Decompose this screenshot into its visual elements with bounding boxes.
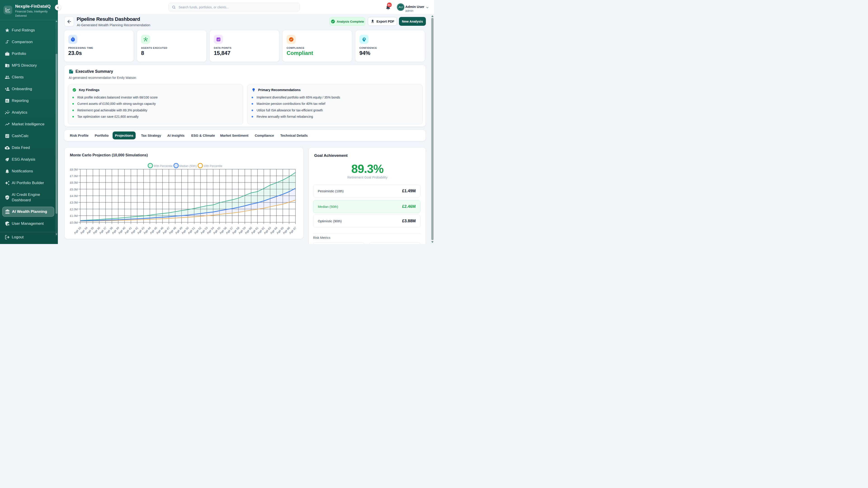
svg-text:£0.0M: £0.0M — [70, 221, 78, 224]
svg-text:£2.0M: £2.0M — [70, 208, 78, 211]
svg-text:£8.0M: £8.0M — [70, 168, 78, 171]
svg-text:10th Percentile: 10th Percentile — [204, 164, 222, 168]
svg-text:Median (50th): Median (50th) — [179, 164, 197, 168]
svg-text:£6.0M: £6.0M — [70, 181, 78, 184]
svg-text:£3.0M: £3.0M — [70, 201, 78, 204]
svg-text:90th Percentile: 90th Percentile — [154, 164, 173, 168]
svg-text:£5.0M: £5.0M — [70, 188, 78, 191]
svg-text:Age 67: Age 67 — [288, 226, 297, 235]
svg-text:£7.0M: £7.0M — [70, 175, 78, 178]
svg-text:£4.0M: £4.0M — [70, 195, 78, 198]
svg-text:£1.0M: £1.0M — [70, 215, 78, 218]
